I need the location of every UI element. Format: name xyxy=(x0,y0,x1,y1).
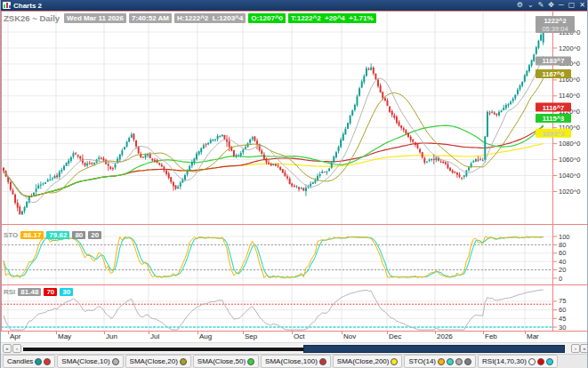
chart-scrollbar[interactable]: «‹›» xyxy=(1,342,588,354)
legend-color-dot xyxy=(112,358,119,365)
scroll-left-button[interactable]: ‹ xyxy=(12,344,21,353)
sto-tick-label: 100 xyxy=(559,233,570,241)
indicator-header-badge: 79.62 xyxy=(46,231,69,239)
x-axis-tick xyxy=(8,332,9,334)
x-axis-tick xyxy=(387,332,388,334)
quote-badge: Wed Mar 11 2026 xyxy=(64,13,126,23)
window-title: Charts 2 xyxy=(13,2,42,10)
legend-color-dot xyxy=(247,358,254,365)
sto-tick-label: 40 xyxy=(559,258,566,266)
legend-item-sma-close-50-[interactable]: SMA(Close,50) xyxy=(193,355,259,368)
quote-badge: H:1222^2 L:1203^4 xyxy=(174,13,246,23)
legend-label: Candles xyxy=(7,357,33,365)
x-axis: AprMayJunJulAugSepOctNovDec2026FebMar xyxy=(1,332,588,342)
scroll-far-left-button[interactable]: « xyxy=(3,344,12,353)
legend-color-dot xyxy=(537,358,544,365)
x-axis-label: Mar xyxy=(527,332,539,340)
legend-label: SMA(Close,100) xyxy=(265,357,318,365)
legend-label: STO(14) xyxy=(408,357,436,365)
x-axis-label: Oct xyxy=(294,332,304,340)
sto-tick-label: 20 xyxy=(559,266,566,274)
svg-text:1093^2: 1093^2 xyxy=(542,130,564,138)
x-axis-tick xyxy=(292,332,293,334)
legend-color-dot xyxy=(391,358,398,365)
price-tick-label: 1040^0 xyxy=(559,172,580,180)
close-icon[interactable]: ✕ xyxy=(579,2,585,9)
x-axis-label: Jul xyxy=(150,332,159,340)
titlebar[interactable]: Charts 2 ⚙⌄✎✥─▢✕ xyxy=(1,0,588,11)
legend-color-dot xyxy=(528,358,536,365)
scroll-right-button[interactable]: › xyxy=(571,344,580,353)
legend-item-sma-close-200-[interactable]: SMA(Close,200) xyxy=(333,355,403,368)
legend-item-sto-14-[interactable]: STO(14) xyxy=(404,355,476,368)
legend-color-dot xyxy=(44,358,51,365)
indicator-header-badge: 88.17 xyxy=(20,231,44,239)
rsi-header: RSI 81.487030 xyxy=(4,288,73,296)
x-axis-tick xyxy=(483,332,484,334)
rsi-tick-label: 45 xyxy=(559,315,566,323)
indicator-header-badge: 80 xyxy=(72,231,85,239)
rsi-tick-label: 30 xyxy=(559,324,566,332)
x-axis-label: Sep xyxy=(245,332,257,340)
app-icon xyxy=(3,2,11,9)
legend-label: SMA(Close,50) xyxy=(197,357,246,365)
symbol-toolbar: ZSK26 ~ Daily Wed Mar 11 20267:40:52 AMH… xyxy=(4,12,376,24)
x-axis-label: Jun xyxy=(106,332,117,340)
legend-item-sma-close-20-[interactable]: SMA(Close,20) xyxy=(125,355,191,368)
svg-text:1222^2: 1222^2 xyxy=(544,17,566,25)
price-tick-label: 1020^0 xyxy=(559,188,580,196)
chart-window: Charts 2 ⚙⌄✎✥─▢✕ 1020^01040^01060^01080^… xyxy=(0,0,588,368)
x-axis-tick xyxy=(435,332,436,334)
sto-header: STO 88.1779.628020 xyxy=(4,231,101,239)
legend-item-sma-close-100-[interactable]: SMA(Close,100) xyxy=(261,355,331,368)
legend-color-dot xyxy=(35,358,42,365)
x-axis-label: Apr xyxy=(10,332,20,340)
x-axis-tick xyxy=(197,332,198,334)
legend-color-dot xyxy=(447,358,454,365)
indicator-header-badge: 20 xyxy=(88,231,101,239)
maximize-icon[interactable]: ▢ xyxy=(568,2,576,9)
legend-label: SMA(Close,200) xyxy=(337,357,390,365)
sto-tick-label: 0 xyxy=(559,275,562,283)
legend-item-rsi-14-70-30-[interactable]: RSI(14,70,30) xyxy=(478,355,558,368)
symbol-label: ZSK26 ~ Daily xyxy=(4,13,60,23)
legend-color-dot xyxy=(319,358,326,365)
legend-color-dot xyxy=(455,358,463,365)
chart-canvas[interactable]: 1020^01040^01060^01080^01100^01120^01140… xyxy=(1,11,588,332)
legend-item-sma-close-10-[interactable]: SMA(Close,10) xyxy=(57,355,123,368)
sma-lines-slow xyxy=(4,125,544,196)
x-axis-label: Nov xyxy=(343,332,356,340)
x-axis-tick xyxy=(149,332,149,334)
chevron-down-icon[interactable]: ⌄ xyxy=(528,2,534,9)
legend-label: RSI(14,70,30) xyxy=(482,357,527,365)
legend-label: SMA(Close,20) xyxy=(130,357,178,365)
indicator-legend: CandlesSMA(Close,10)SMA(Close,20)SMA(Clo… xyxy=(1,354,588,368)
legend-color-dot xyxy=(464,358,471,365)
price-tick-label: 1060^0 xyxy=(559,156,580,164)
quote-badge: O:1207^0 xyxy=(248,13,286,23)
svg-text:1116^7: 1116^7 xyxy=(543,104,564,112)
legend-color-dot xyxy=(546,358,553,365)
svg-text:1183^7: 1183^7 xyxy=(543,57,565,65)
sto-tick-label: 60 xyxy=(559,249,566,257)
minimize-icon[interactable]: ─ xyxy=(559,2,564,9)
titlebar-buttons: ⚙⌄✎✥─▢✕ xyxy=(517,2,588,9)
scrollbar-track[interactable] xyxy=(23,348,303,351)
gear-icon[interactable]: ⚙ xyxy=(517,2,523,9)
pencil-icon[interactable]: ✎ xyxy=(538,2,544,9)
x-axis-label: May xyxy=(58,332,71,340)
scroll-far-right-button[interactable]: » xyxy=(580,344,588,353)
candles[interactable] xyxy=(3,30,544,215)
move-icon[interactable]: ✥ xyxy=(548,2,554,9)
x-axis-label: Dec xyxy=(389,332,401,340)
sto-label: STO xyxy=(4,231,18,239)
legend-color-dot xyxy=(438,358,445,365)
scrollbar-thumb[interactable] xyxy=(303,345,565,353)
quote-badge: 7:40:52 AM xyxy=(129,13,172,23)
x-axis-label: 2026 xyxy=(437,332,453,340)
rsi-label: RSI xyxy=(4,288,15,296)
sto-tick-label: 80 xyxy=(559,241,566,249)
legend-item-candles[interactable]: Candles xyxy=(3,355,55,368)
panel-frames xyxy=(1,11,588,332)
x-axis-label: Feb xyxy=(485,332,497,340)
